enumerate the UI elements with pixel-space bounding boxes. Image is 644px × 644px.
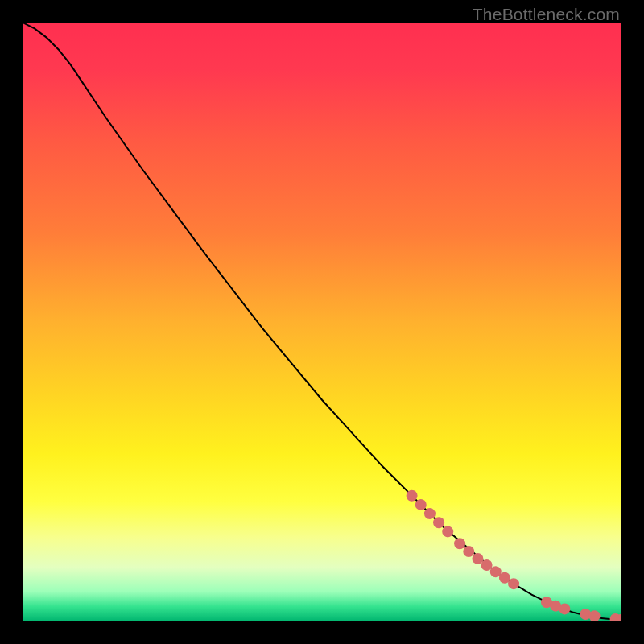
data-marker bbox=[589, 610, 601, 621]
plot-background bbox=[23, 23, 621, 621]
data-marker bbox=[472, 553, 483, 564]
data-marker bbox=[463, 546, 474, 557]
data-marker bbox=[407, 490, 418, 502]
chart-stage: TheBottleneck.com bbox=[0, 0, 644, 644]
data-marker bbox=[559, 603, 570, 614]
data-marker bbox=[481, 559, 493, 571]
watermark-text: TheBottleneck.com bbox=[473, 5, 620, 24]
chart-plot bbox=[23, 23, 621, 621]
data-marker bbox=[508, 578, 519, 589]
data-marker bbox=[454, 538, 465, 549]
data-marker bbox=[424, 508, 436, 519]
data-marker bbox=[433, 517, 444, 528]
data-marker bbox=[415, 499, 427, 510]
data-marker bbox=[442, 526, 453, 537]
